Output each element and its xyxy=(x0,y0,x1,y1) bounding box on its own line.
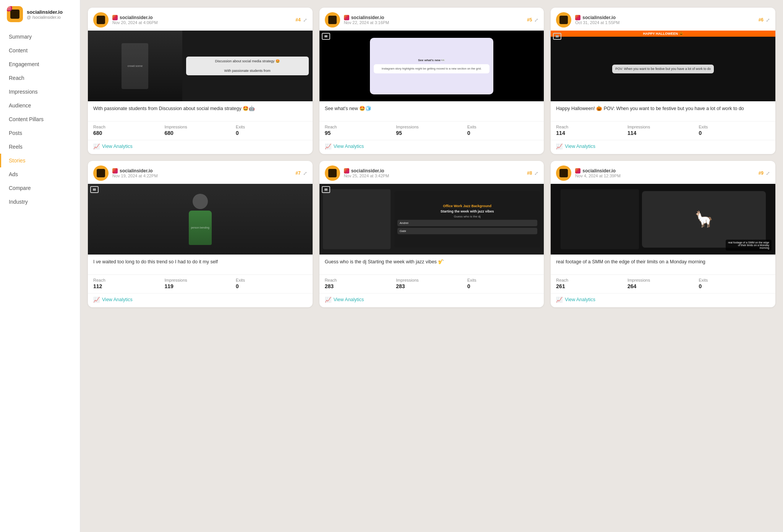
exits-label-8: Exits xyxy=(467,278,539,282)
impressions-value-5: 95 xyxy=(396,130,467,136)
card-analytics-8: 📈 View Analytics xyxy=(319,293,544,307)
impressions-label-8: Impressions xyxy=(396,278,467,282)
brand-text: socialinsider.io @ /socialinsider.io xyxy=(27,9,63,19)
card-header-5: socialinsider.io Nov 22, 2024 at 3:16PM … xyxy=(319,8,544,31)
external-link-icon-5[interactable]: ⤢ xyxy=(534,17,538,23)
svg-point-2 xyxy=(10,7,10,7)
halloween-text: POV: When you want to be festive but you… xyxy=(612,65,714,74)
analytics-link-7[interactable]: 📈 View Analytics xyxy=(93,297,307,303)
brand-name: socialinsider.io xyxy=(27,9,63,15)
analytics-link-5[interactable]: 📈 View Analytics xyxy=(325,143,539,149)
analytics-label-8: View Analytics xyxy=(334,297,364,302)
reach-value-9: 261 xyxy=(556,283,627,289)
external-link-icon-6[interactable]: ⤢ xyxy=(766,17,770,23)
stat-impressions-4: Impressions 680 xyxy=(165,125,236,136)
stat-reach-8: Reach 283 xyxy=(325,278,396,289)
reach-label-9: Reach xyxy=(556,278,627,282)
card-stats-6: Reach 114 Impressions 114 Exits 0 xyxy=(551,121,775,140)
sidebar-item-posts[interactable]: Posts xyxy=(0,126,80,140)
card-header-left-8: socialinsider.io Nov 25, 2024 at 3:42PM xyxy=(325,165,389,181)
story-card-7: socialinsider.io Nov 19, 2024 at 4:22PM … xyxy=(88,161,313,307)
analytics-label-9: View Analytics xyxy=(565,297,595,302)
analytics-link-9[interactable]: 📈 View Analytics xyxy=(556,297,770,303)
card-analytics-4: 📈 View Analytics xyxy=(88,140,313,154)
analytics-label-7: View Analytics xyxy=(102,297,133,302)
external-link-icon-8[interactable]: ⤢ xyxy=(534,170,538,176)
sidebar-item-stories[interactable]: Stories xyxy=(0,154,80,167)
sidebar-item-summary[interactable]: Summary xyxy=(0,30,80,44)
sidebar-item-impressions[interactable]: Impressions xyxy=(0,85,80,99)
analytics-link-8[interactable]: 📈 View Analytics xyxy=(325,297,539,303)
external-link-icon-4[interactable]: ⤢ xyxy=(303,17,307,23)
card-header-left-5: socialinsider.io Nov 22, 2024 at 3:16PM xyxy=(325,12,389,28)
card-platform-6: socialinsider.io xyxy=(575,15,619,20)
stat-reach-7: Reach 112 xyxy=(93,278,165,289)
media-img-7: person bending xyxy=(88,184,313,255)
card-stats-5: Reach 95 Impressions 95 Exits 0 xyxy=(319,121,544,140)
ig-icon-5 xyxy=(344,15,349,20)
story-card-8: socialinsider.io Nov 25, 2024 at 3:42PM … xyxy=(319,161,544,307)
analytics-icon-4: 📈 xyxy=(93,143,100,149)
card-platform-7: socialinsider.io xyxy=(112,168,158,174)
story-card-9: socialinsider.io Nov 4, 2024 at 12:39PM … xyxy=(551,161,775,307)
sidebar-item-reels[interactable]: Reels xyxy=(0,140,80,154)
card-description-9: real footage of a SMM on the edge of the… xyxy=(551,255,775,274)
sidebar-item-ads[interactable]: Ads xyxy=(0,167,80,181)
reach-label-7: Reach xyxy=(93,278,165,282)
card-date-4: Nov 20, 2024 at 4:06PM xyxy=(112,20,158,25)
stat-reach-5: Reach 95 xyxy=(325,125,396,136)
analytics-icon-8: 📈 xyxy=(325,297,331,303)
sidebar-item-industry[interactable]: Industry xyxy=(0,195,80,209)
exits-label-5: Exits xyxy=(467,125,539,129)
sidebar-item-reach[interactable]: Reach xyxy=(0,71,80,85)
card-analytics-5: 📈 View Analytics xyxy=(319,140,544,154)
stat-impressions-8: Impressions 283 xyxy=(396,278,467,289)
impressions-label-6: Impressions xyxy=(627,125,699,129)
media-content-6: POV: When you want to be festive but you… xyxy=(551,37,775,101)
card-stats-8: Reach 283 Impressions 283 Exits 0 xyxy=(319,274,544,293)
card-header-right-7: #7 ⤢ xyxy=(295,170,307,176)
media-caption-9: real footage of a SMM on the edge of the… xyxy=(726,240,772,251)
exits-label-6: Exits xyxy=(699,125,770,129)
sidebar-item-audience[interactable]: Audience xyxy=(0,99,80,112)
exits-value-8: 0 xyxy=(467,283,539,289)
analytics-link-4[interactable]: 📈 View Analytics xyxy=(93,143,307,149)
avatar-5 xyxy=(325,12,340,28)
analytics-icon-5: 📈 xyxy=(325,143,331,149)
card-meta-9: socialinsider.io Nov 4, 2024 at 12:39PM xyxy=(575,168,621,178)
card-meta-7: socialinsider.io Nov 19, 2024 at 4:22PM xyxy=(112,168,158,178)
media-8-subtitle: Starting the week with jazz vibes xyxy=(441,209,494,213)
card-rank-7: #7 xyxy=(295,170,300,176)
impressions-label-4: Impressions xyxy=(165,125,236,129)
external-link-icon-9[interactable]: ⤢ xyxy=(766,170,770,176)
card-platform-8: socialinsider.io xyxy=(344,168,389,174)
card-meta-6: socialinsider.io Oct 31, 2024 at 1:55PM xyxy=(575,15,619,25)
story-card-4: socialinsider.io Nov 20, 2024 at 4:06PM … xyxy=(88,8,313,154)
story-card-5: socialinsider.io Nov 22, 2024 at 3:16PM … xyxy=(319,8,544,154)
card-header-9: socialinsider.io Nov 4, 2024 at 12:39PM … xyxy=(551,161,775,184)
card-meta-4: socialinsider.io Nov 20, 2024 at 4:06PM xyxy=(112,15,158,25)
sidebar-item-content-pillars[interactable]: Content Pillars xyxy=(0,112,80,126)
card-media-8: Office Work Jazz Background Starting the… xyxy=(319,184,544,255)
exits-value-9: 0 xyxy=(699,283,770,289)
stat-exits-5: Exits 0 xyxy=(467,125,539,136)
card-meta-8: socialinsider.io Nov 25, 2024 at 3:42PM xyxy=(344,168,389,178)
stat-impressions-5: Impressions 95 xyxy=(396,125,467,136)
avatar-inner-4 xyxy=(97,16,105,24)
sidebar-item-content[interactable]: Content xyxy=(0,44,80,57)
sidebar-item-compare[interactable]: Compare xyxy=(0,181,80,195)
stat-reach-6: Reach 114 xyxy=(556,125,627,136)
analytics-link-6[interactable]: 📈 View Analytics xyxy=(556,143,770,149)
sidebar-item-engagement[interactable]: Engagement xyxy=(0,57,80,71)
impressions-value-7: 119 xyxy=(165,283,236,289)
card-description-5: See what's new 🤩🧊 xyxy=(319,101,544,121)
avatar-6 xyxy=(556,12,571,28)
card-date-7: Nov 19, 2024 at 4:22PM xyxy=(112,174,158,178)
external-link-icon-7[interactable]: ⤢ xyxy=(303,170,307,176)
account-name-6: socialinsider.io xyxy=(582,15,616,20)
card-header-left-7: socialinsider.io Nov 19, 2024 at 4:22PM xyxy=(93,165,158,181)
card-header-left-4: socialinsider.io Nov 20, 2024 at 4:06PM xyxy=(93,12,158,28)
card-rank-6: #6 xyxy=(759,17,764,23)
card-platform-5: socialinsider.io xyxy=(344,15,389,20)
card-media-5: See what's new 👀 Instagram story highlig… xyxy=(319,31,544,101)
